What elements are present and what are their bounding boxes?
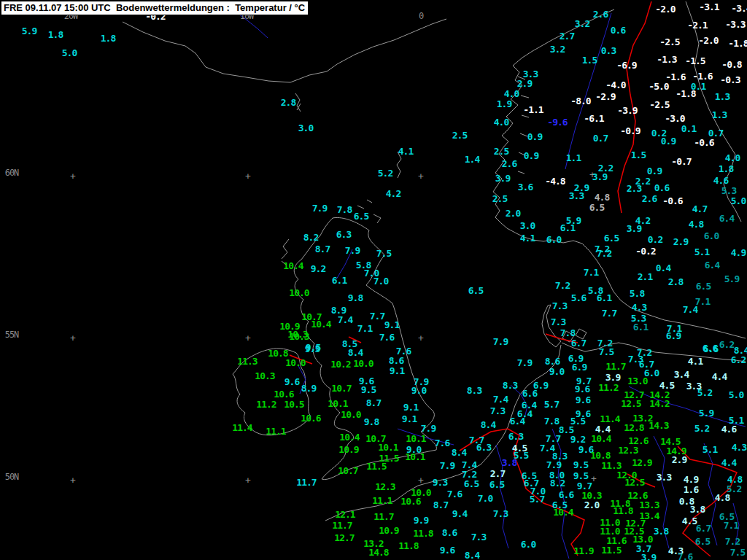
station-temp: -2.0	[698, 35, 718, 46]
station-temp: 14.2	[649, 398, 669, 409]
station-temp: 7.9	[345, 245, 360, 256]
station-temp: 7.2	[462, 469, 476, 480]
station-temp: -4.0	[605, 79, 625, 90]
station-temp: 9.1	[384, 319, 399, 330]
station-temp: 9.0	[411, 385, 426, 396]
station-temp: -3.3	[725, 19, 745, 30]
station-temp: -4.8	[545, 176, 565, 187]
station-temp: 6.0	[644, 368, 659, 378]
station-temp: 7.3	[551, 316, 565, 327]
station-temp: 6.1	[597, 292, 611, 303]
station-temp: 2.6	[642, 193, 657, 204]
station-temp: -0.7	[671, 156, 691, 167]
station-temp: 1.8	[101, 33, 115, 44]
station-temp: -1.6	[692, 71, 712, 82]
station-temp: 1.9	[497, 98, 511, 109]
station-temp: 5.6	[571, 292, 586, 303]
station-temp: 5.8	[630, 288, 644, 299]
station-temp: 6.5	[589, 202, 604, 213]
station-temp: 7.1	[357, 323, 372, 334]
station-temp: 9.3	[433, 477, 447, 488]
station-temp: 7.9	[421, 423, 436, 434]
station-temp: 4.1	[520, 233, 535, 244]
station-temp: 4.2	[386, 188, 400, 199]
station-temp: 7.5	[730, 547, 745, 558]
station-temp: 4.9	[731, 247, 746, 258]
station-temp: 2.8	[668, 276, 683, 287]
station-temp: 8.6	[545, 356, 560, 367]
station-temp: 6.5	[695, 536, 710, 547]
station-temp: 6.0	[546, 234, 561, 245]
station-temp: 10.0	[285, 357, 305, 368]
station-temp: 6.1	[332, 275, 347, 286]
station-temp: 14.3	[649, 420, 668, 431]
station-temp: 0.4	[656, 262, 670, 273]
station-temp: -2.5	[649, 99, 669, 110]
station-temp: 1.3	[712, 109, 727, 120]
station-temp: 10.1	[378, 442, 398, 453]
station-temp: 8.4	[465, 550, 479, 560]
station-temp: 5.7	[544, 399, 559, 410]
station-temp: -3.9	[617, 105, 637, 116]
station-temp: 4.8	[689, 219, 703, 230]
station-temp: 10.9	[338, 444, 358, 455]
station-temp: 6.5	[489, 479, 504, 490]
station-temp: 3.8	[654, 526, 668, 537]
graticule-label: 0	[419, 11, 423, 21]
station-temp: 10.3	[289, 331, 309, 342]
station-temp: 7.6	[447, 489, 462, 499]
station-temp: -8.0	[570, 96, 590, 106]
station-temp: -0.6	[694, 137, 713, 148]
station-temp: 1.5	[631, 149, 646, 160]
station-temp: 1.4	[465, 154, 479, 165]
graticule-cross: +	[70, 332, 76, 343]
station-temp: 9.1	[402, 413, 417, 424]
station-temp: 7.4	[493, 394, 508, 405]
station-temp: 11.8	[613, 505, 632, 516]
station-temp: 2.6	[502, 158, 516, 169]
station-temp: -2.5	[659, 36, 679, 47]
station-temp: 11.4	[232, 422, 252, 433]
station-temp: 9.4	[452, 508, 467, 519]
station-temp: 2.5	[452, 130, 467, 141]
station-temp: 4.0	[504, 88, 519, 99]
station-temp: 11.2	[256, 399, 276, 410]
station-temp: 11.1	[266, 426, 285, 437]
station-temp: 8.4	[348, 347, 363, 358]
station-temp: 1.6	[684, 484, 698, 495]
graticule-cross: +	[245, 332, 251, 343]
station-temp: 11.7	[332, 520, 352, 531]
station-temp: -0.6	[662, 195, 682, 206]
station-temp: 1.1	[566, 152, 581, 163]
station-temp: 3.9	[495, 173, 510, 184]
station-temp: 2.7	[560, 31, 574, 42]
station-temp: 10.4	[283, 260, 303, 271]
station-temp: 7.2	[637, 347, 651, 358]
station-temp: 7.2	[555, 280, 570, 291]
station-temp: 6.6	[703, 343, 718, 354]
station-temp: 8.6	[442, 527, 457, 538]
station-temp: 7.9	[440, 460, 454, 471]
station-temp: 6.2	[719, 339, 734, 350]
station-temp: 11.8	[413, 528, 433, 539]
graticule-label: 60N	[5, 168, 19, 178]
station-temp: 1.3	[715, 91, 729, 102]
station-temp: -0.2	[635, 246, 655, 257]
station-temp: -3.0	[665, 113, 684, 124]
station-temp: 2.5	[494, 146, 508, 157]
station-temp: -0.8	[721, 59, 741, 70]
station-temp: 12.3	[375, 481, 395, 492]
station-temp: 0.6	[654, 182, 669, 193]
station-temp: 10.2	[330, 359, 350, 370]
station-temp: 6.4	[719, 213, 734, 224]
station-temp: 4.5	[659, 380, 674, 391]
station-temp: -3.1	[699, 1, 719, 12]
station-temp: 12.5	[621, 398, 640, 409]
station-temp: 6.5	[468, 285, 483, 296]
station-temp: 10.8	[590, 450, 610, 461]
station-temp: 3.2	[550, 44, 565, 55]
station-temp: 7.9	[493, 336, 508, 347]
station-temp: 3.6	[518, 182, 533, 192]
station-temp: 3.3	[569, 190, 584, 201]
station-temp: 8.7	[366, 397, 381, 408]
